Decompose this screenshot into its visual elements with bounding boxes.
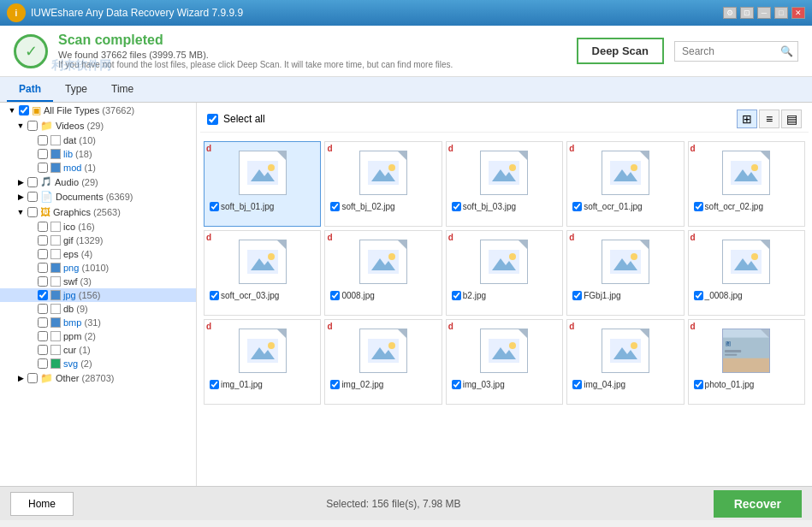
sidebar-item-ppm[interactable]: ppm (2) [0,329,196,343]
file-checkbox[interactable] [452,202,461,211]
checkbox-ppm[interactable] [38,331,48,341]
checkbox-svg[interactable] [38,358,48,369]
sidebar-item-bmp[interactable]: bmp (31) [0,316,196,329]
close-btn[interactable]: ✕ [791,7,805,19]
expander-audio[interactable]: ▶ [16,178,25,187]
home-button[interactable]: Home [10,492,74,516]
mountain-svg [489,250,519,274]
checkbox-eps[interactable] [38,249,48,259]
sidebar-item-other[interactable]: ▶ 📁 Other (28703) [0,370,196,386]
checkbox-png[interactable] [38,263,48,273]
file-checkbox[interactable] [210,202,219,211]
grid-view-button[interactable]: ⊞ [737,110,757,128]
sidebar-item-dat[interactable]: dat (10) [0,133,196,147]
file-checkbox[interactable] [452,380,461,389]
recover-button[interactable]: Recover [714,490,802,518]
checkbox-all[interactable] [19,105,29,115]
checkbox-gif[interactable] [38,235,48,246]
list-view-button[interactable]: ≡ [759,110,779,128]
file-checkbox[interactable] [694,202,703,211]
checkbox-bmp[interactable] [38,317,48,328]
checkbox-lib[interactable] [38,149,48,159]
expander-graphics[interactable]: ▼ [16,208,25,216]
app-title: IUWEshare Any Data Recovery Wizard 7.9.9… [31,7,723,19]
checkbox-mod[interactable] [38,163,48,173]
sidebar-item-db[interactable]: db (9) [0,302,196,316]
sidebar-item-mod[interactable]: mod (1) [0,161,196,175]
search-input[interactable] [682,45,780,57]
file-card-b2[interactable]: d b2.jpg [446,230,563,316]
minimize-btn[interactable]: ─ [757,7,771,19]
file-icon-ppm [50,331,61,341]
checkbox-dat[interactable] [38,135,48,145]
checkbox-ico[interactable] [38,222,48,232]
sidebar-item-graphics[interactable]: ▼ 🖼 Graphics (2563) [0,204,196,220]
checkbox-videos[interactable] [27,121,38,131]
file-checkbox[interactable] [694,380,703,389]
file-card-soft_ocr_01[interactable]: d soft_ocr_01.jpg [566,141,684,227]
checkbox-other[interactable] [27,373,38,383]
thumbnail [719,147,773,198]
file-checkbox[interactable] [694,291,703,300]
file-card-soft_ocr_02[interactable]: d soft_ocr_02.jpg [688,141,805,227]
file-card-img01[interactable]: d img_01.jpg [204,319,321,405]
thumbnail: 图 [719,325,773,376]
deleted-badge: d [206,144,211,153]
detail-view-button[interactable]: ▤ [781,110,802,128]
restore-btn[interactable]: ⊡ [740,7,754,19]
expander-documents[interactable]: ▶ [16,192,25,201]
settings-btn[interactable]: ⚙ [723,7,737,19]
deep-scan-button[interactable]: Deep Scan [577,38,664,64]
file-card-photo01[interactable]: d 图 photo_01.jp [688,319,805,405]
checkbox-audio[interactable] [27,177,38,187]
checkbox-swf[interactable] [38,276,48,287]
file-checkbox[interactable] [330,291,340,300]
checkbox-documents[interactable] [27,192,38,202]
file-card-soft_ocr_03[interactable]: d soft_ocr_03.jpg [204,230,321,316]
sidebar-item-cur[interactable]: cur (1) [0,343,196,357]
sidebar-item-png[interactable]: png (1010) [0,261,196,275]
sidebar-item-jpg[interactable]: jpg (156) [0,288,196,302]
expander-all[interactable]: ▼ [8,106,16,115]
select-all-checkbox[interactable] [207,114,218,125]
checkbox-jpg[interactable] [38,290,48,300]
file-checkbox[interactable] [330,202,340,211]
checkbox-db[interactable] [38,304,48,314]
tab-time[interactable]: Time [99,78,145,102]
sidebar-item-swf[interactable]: swf (3) [0,275,196,288]
file-card-soft_bj_03[interactable]: d soft_bj_03.jpg [446,141,563,227]
tab-type[interactable]: Type [53,78,99,102]
file-card-img03[interactable]: d img_03.jpg [446,319,563,405]
file-card-img02[interactable]: d img_02.jpg [324,319,442,405]
file-card-img04[interactable]: d img_04.jpg [566,319,684,405]
sidebar-item-gif[interactable]: gif (1329) [0,234,196,247]
file-checkbox[interactable] [572,202,582,211]
sidebar-item-videos[interactable]: ▼ 📁 Videos (29) [0,118,196,133]
checkbox-graphics[interactable] [27,207,38,217]
sidebar-item-documents[interactable]: ▶ 📄 Documents (6369) [0,189,196,204]
file-card-0008[interactable]: d 0008.jpg [324,230,442,316]
file-checkbox[interactable] [572,291,582,300]
file-card-soft_bj_01[interactable]: d soft_bj_01.jpg [204,141,321,227]
expander-videos[interactable]: ▼ [16,121,25,130]
expander-other[interactable]: ▶ [16,374,25,382]
sidebar-item-eps[interactable]: eps (4) [0,247,196,261]
file-checkbox[interactable] [210,380,219,389]
file-card-_0008[interactable]: d _0008.jpg [688,230,805,316]
file-card-soft_bj_02[interactable]: d soft_bj_02.jpg [324,141,442,227]
file-checkbox[interactable] [210,291,219,300]
file-card-FGbj1[interactable]: d FGbj1.jpg [566,230,684,316]
tab-path[interactable]: Path [7,78,53,102]
sidebar-item-audio[interactable]: ▶ 🎵 Audio (29) [0,175,196,189]
sidebar-item-lib[interactable]: lib (18) [0,147,196,161]
file-checkbox[interactable] [452,291,461,300]
file-checkbox[interactable] [330,380,340,389]
file-checkbox[interactable] [572,380,582,389]
maximize-btn[interactable]: □ [774,7,788,19]
checkbox-cur[interactable] [38,345,48,355]
sidebar-item-ico[interactable]: ico (16) [0,220,196,234]
thumbnail [477,147,531,198]
sidebar-item-svg[interactable]: svg (2) [0,357,196,370]
sidebar-item-all[interactable]: ▼ ▣ All File Types (37662) [0,103,196,118]
search-box[interactable]: 🔍 [674,41,798,62]
